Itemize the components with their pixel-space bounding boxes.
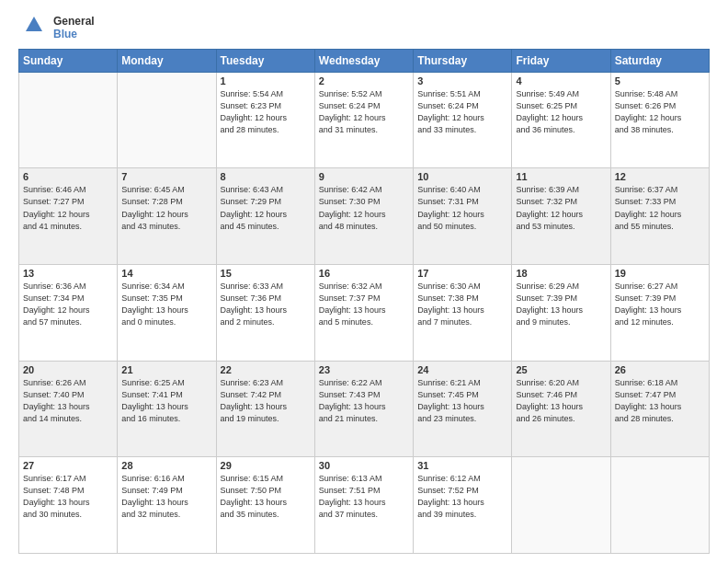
calendar-week-row: 20Sunrise: 6:26 AM Sunset: 7:40 PM Dayli… <box>19 361 710 457</box>
day-info: Sunrise: 6:22 AM Sunset: 7:43 PM Dayligh… <box>319 377 409 425</box>
calendar-cell: 13Sunrise: 6:36 AM Sunset: 7:34 PM Dayli… <box>19 265 118 362</box>
day-info: Sunrise: 6:36 AM Sunset: 7:34 PM Dayligh… <box>23 281 113 328</box>
calendar-cell: 29Sunrise: 6:15 AM Sunset: 7:50 PM Dayli… <box>216 457 314 554</box>
calendar-cell: 6Sunrise: 6:46 AM Sunset: 7:27 PM Daylig… <box>19 168 118 265</box>
calendar-cell: 17Sunrise: 6:30 AM Sunset: 7:38 PM Dayli… <box>414 265 512 362</box>
day-info: Sunrise: 6:26 AM Sunset: 7:40 PM Dayligh… <box>23 377 113 425</box>
day-number: 28 <box>121 460 211 471</box>
calendar-header-row: SundayMondayTuesdayWednesdayThursdayFrid… <box>19 49 710 72</box>
day-info: Sunrise: 6:33 AM Sunset: 7:36 PM Dayligh… <box>221 281 311 328</box>
day-info: Sunrise: 6:16 AM Sunset: 7:49 PM Dayligh… <box>121 473 211 521</box>
calendar-cell: 11Sunrise: 6:39 AM Sunset: 7:32 PM Dayli… <box>512 168 610 265</box>
day-number: 3 <box>417 75 507 86</box>
day-info: Sunrise: 6:34 AM Sunset: 7:35 PM Dayligh… <box>121 281 211 328</box>
calendar-cell: 8Sunrise: 6:43 AM Sunset: 7:29 PM Daylig… <box>216 168 314 265</box>
calendar-cell: 28Sunrise: 6:16 AM Sunset: 7:49 PM Dayli… <box>118 457 216 554</box>
day-number: 8 <box>221 171 311 182</box>
day-info: Sunrise: 5:52 AM Sunset: 6:24 PM Dayligh… <box>319 88 409 136</box>
logo: GeneralBlue <box>18 15 95 41</box>
calendar-cell: 26Sunrise: 6:18 AM Sunset: 7:47 PM Dayli… <box>610 361 709 457</box>
day-number: 2 <box>319 75 409 86</box>
day-number: 30 <box>319 460 409 471</box>
day-info: Sunrise: 6:42 AM Sunset: 7:30 PM Dayligh… <box>319 184 409 232</box>
day-number: 5 <box>615 75 705 86</box>
calendar-cell: 27Sunrise: 6:17 AM Sunset: 7:48 PM Dayli… <box>19 457 118 554</box>
calendar-cell <box>610 457 709 554</box>
calendar-cell: 30Sunrise: 6:13 AM Sunset: 7:51 PM Dayli… <box>314 457 413 554</box>
calendar-cell <box>19 72 118 168</box>
calendar-header-sunday: Sunday <box>19 49 118 72</box>
day-info: Sunrise: 6:29 AM Sunset: 7:39 PM Dayligh… <box>516 281 606 328</box>
day-info: Sunrise: 6:17 AM Sunset: 7:48 PM Dayligh… <box>23 473 113 521</box>
calendar-header-tuesday: Tuesday <box>216 49 314 72</box>
calendar-cell <box>512 457 610 554</box>
day-number: 26 <box>615 364 705 375</box>
day-info: Sunrise: 6:13 AM Sunset: 7:51 PM Dayligh… <box>319 473 409 521</box>
day-number: 29 <box>221 460 311 471</box>
day-info: Sunrise: 6:15 AM Sunset: 7:50 PM Dayligh… <box>221 473 311 521</box>
calendar-cell: 1Sunrise: 5:54 AM Sunset: 6:23 PM Daylig… <box>216 72 314 168</box>
day-info: Sunrise: 6:20 AM Sunset: 7:46 PM Dayligh… <box>516 377 606 425</box>
day-number: 7 <box>121 171 211 182</box>
day-info: Sunrise: 6:23 AM Sunset: 7:42 PM Dayligh… <box>221 377 311 425</box>
day-info: Sunrise: 5:54 AM Sunset: 6:23 PM Dayligh… <box>221 88 311 136</box>
day-number: 23 <box>319 364 409 375</box>
day-info: Sunrise: 5:49 AM Sunset: 6:25 PM Dayligh… <box>516 88 606 136</box>
day-number: 11 <box>516 171 606 182</box>
calendar-cell: 24Sunrise: 6:21 AM Sunset: 7:45 PM Dayli… <box>414 361 512 457</box>
calendar-cell: 14Sunrise: 6:34 AM Sunset: 7:35 PM Dayli… <box>118 265 216 362</box>
day-number: 22 <box>221 364 311 375</box>
day-info: Sunrise: 6:45 AM Sunset: 7:28 PM Dayligh… <box>121 184 211 232</box>
calendar-body: 1Sunrise: 5:54 AM Sunset: 6:23 PM Daylig… <box>19 72 710 553</box>
day-number: 12 <box>615 171 705 182</box>
day-info: Sunrise: 6:46 AM Sunset: 7:27 PM Dayligh… <box>23 184 113 232</box>
calendar-cell: 2Sunrise: 5:52 AM Sunset: 6:24 PM Daylig… <box>314 72 413 168</box>
day-number: 6 <box>23 171 113 182</box>
logo-general-text: General <box>53 15 95 28</box>
day-info: Sunrise: 5:48 AM Sunset: 6:26 PM Dayligh… <box>615 88 705 136</box>
calendar-cell: 9Sunrise: 6:42 AM Sunset: 7:30 PM Daylig… <box>314 168 413 265</box>
day-info: Sunrise: 6:32 AM Sunset: 7:37 PM Dayligh… <box>319 281 409 328</box>
day-info: Sunrise: 6:12 AM Sunset: 7:52 PM Dayligh… <box>417 473 507 521</box>
calendar-cell <box>118 72 216 168</box>
day-number: 25 <box>516 364 606 375</box>
day-number: 9 <box>319 171 409 182</box>
day-info: Sunrise: 6:37 AM Sunset: 7:33 PM Dayligh… <box>615 184 705 232</box>
calendar-cell: 23Sunrise: 6:22 AM Sunset: 7:43 PM Dayli… <box>314 361 413 457</box>
day-number: 17 <box>417 268 507 279</box>
day-info: Sunrise: 6:40 AM Sunset: 7:31 PM Dayligh… <box>417 184 507 232</box>
calendar-cell: 31Sunrise: 6:12 AM Sunset: 7:52 PM Dayli… <box>414 457 512 554</box>
day-number: 20 <box>23 364 113 375</box>
calendar-cell: 3Sunrise: 5:51 AM Sunset: 6:24 PM Daylig… <box>414 72 512 168</box>
day-info: Sunrise: 6:25 AM Sunset: 7:41 PM Dayligh… <box>121 377 211 425</box>
calendar-cell: 15Sunrise: 6:33 AM Sunset: 7:36 PM Dayli… <box>216 265 314 362</box>
day-number: 21 <box>121 364 211 375</box>
day-number: 19 <box>615 268 705 279</box>
day-number: 18 <box>516 268 606 279</box>
day-number: 14 <box>121 268 211 279</box>
logo-svg <box>18 15 50 40</box>
day-info: Sunrise: 6:18 AM Sunset: 7:47 PM Dayligh… <box>615 377 705 425</box>
day-info: Sunrise: 6:39 AM Sunset: 7:32 PM Dayligh… <box>516 184 606 232</box>
day-number: 1 <box>221 75 311 86</box>
calendar-week-row: 27Sunrise: 6:17 AM Sunset: 7:48 PM Dayli… <box>19 457 710 554</box>
calendar-week-row: 1Sunrise: 5:54 AM Sunset: 6:23 PM Daylig… <box>19 72 710 168</box>
calendar-header-friday: Friday <box>512 49 610 72</box>
svg-marker-0 <box>26 17 42 31</box>
day-number: 16 <box>319 268 409 279</box>
day-number: 10 <box>417 171 507 182</box>
calendar-week-row: 13Sunrise: 6:36 AM Sunset: 7:34 PM Dayli… <box>19 265 710 362</box>
day-number: 15 <box>221 268 311 279</box>
calendar-header-saturday: Saturday <box>610 49 709 72</box>
calendar-cell: 5Sunrise: 5:48 AM Sunset: 6:26 PM Daylig… <box>610 72 709 168</box>
calendar-cell: 16Sunrise: 6:32 AM Sunset: 7:37 PM Dayli… <box>314 265 413 362</box>
day-number: 24 <box>417 364 507 375</box>
calendar-header-wednesday: Wednesday <box>314 49 413 72</box>
day-info: Sunrise: 6:27 AM Sunset: 7:39 PM Dayligh… <box>615 281 705 328</box>
day-number: 31 <box>417 460 507 471</box>
calendar-cell: 20Sunrise: 6:26 AM Sunset: 7:40 PM Dayli… <box>19 361 118 457</box>
calendar-table: SundayMondayTuesdayWednesdayThursdayFrid… <box>18 49 710 554</box>
page: GeneralBlue SundayMondayTuesdayWednesday… <box>0 0 728 563</box>
calendar-cell: 12Sunrise: 6:37 AM Sunset: 7:33 PM Dayli… <box>610 168 709 265</box>
calendar-cell: 4Sunrise: 5:49 AM Sunset: 6:25 PM Daylig… <box>512 72 610 168</box>
